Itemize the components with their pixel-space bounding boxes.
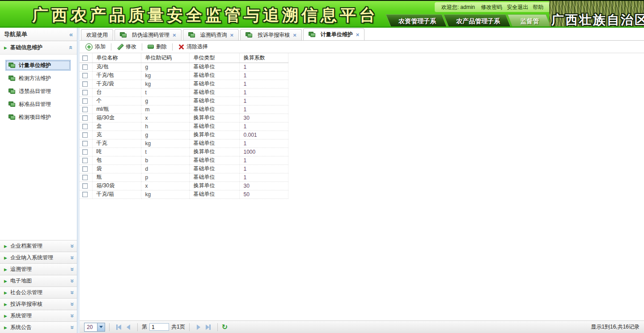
header-link[interactable]: 安全退出 bbox=[507, 4, 528, 10]
row-checkbox[interactable] bbox=[82, 115, 88, 121]
sidebar-section-basic-info[interactable]: ▶ 基础信息维护 « bbox=[0, 41, 77, 55]
sidebar-section-collapsed[interactable]: ▶社会公示管理« bbox=[0, 287, 77, 298]
prev-page-button[interactable] bbox=[123, 323, 133, 332]
sidebar-collapsed-sections: ▶企业档案管理«▶企业纳入系统管理«▶追溯管理«▶电子地图«▶社会公示管理«▶投… bbox=[0, 240, 77, 333]
content-tab[interactable]: 欢迎使用 bbox=[81, 29, 113, 40]
chevron-down-icon[interactable]: « bbox=[69, 278, 73, 284]
clear-selection-label: 清除选择 bbox=[186, 43, 208, 51]
delete-button[interactable]: 删除 bbox=[145, 42, 169, 51]
content-tab[interactable]: 防伪追溯码管理× bbox=[114, 29, 182, 40]
table-row[interactable]: 克/包g基础单位1 bbox=[80, 63, 288, 71]
header-link[interactable]: 帮助 bbox=[533, 4, 543, 10]
table-row[interactable]: 盒h基础单位1 bbox=[80, 122, 288, 131]
sidebar-section-collapsed[interactable]: ▶追溯管理« bbox=[0, 263, 77, 275]
row-checkbox[interactable] bbox=[82, 81, 88, 87]
table-row[interactable]: 千克kg基础单位1 bbox=[80, 139, 288, 148]
next-page-button[interactable] bbox=[194, 323, 203, 332]
row-checkbox[interactable] bbox=[82, 90, 88, 95]
table-row[interactable]: 箱/30盒x换算单位30 bbox=[80, 114, 288, 122]
row-checkbox[interactable] bbox=[82, 183, 88, 189]
table-cell: 袋 bbox=[92, 164, 141, 173]
content-tab[interactable]: 计量单位维护× bbox=[303, 28, 365, 40]
row-checkbox[interactable] bbox=[82, 73, 88, 78]
column-header[interactable]: 单位助记码 bbox=[141, 53, 189, 63]
row-checkbox[interactable] bbox=[82, 141, 88, 146]
table-row[interactable]: 千克/袋kg基础单位1 bbox=[80, 80, 288, 88]
tab-close-icon[interactable]: × bbox=[230, 32, 234, 38]
table-row[interactable]: 千克/包kg基础单位1 bbox=[80, 71, 288, 80]
chevron-down-icon[interactable]: « bbox=[69, 266, 73, 273]
chevron-down-icon[interactable]: « bbox=[69, 312, 73, 319]
last-page-button[interactable] bbox=[203, 323, 213, 332]
row-checkbox[interactable] bbox=[82, 124, 88, 129]
column-header[interactable]: 单位名称 bbox=[92, 53, 141, 63]
column-header[interactable]: 单位类型 bbox=[189, 53, 239, 63]
sidebar-collapse-icon[interactable]: « bbox=[69, 31, 73, 38]
edit-button[interactable]: 修改 bbox=[114, 42, 139, 51]
row-checkbox[interactable] bbox=[82, 175, 88, 180]
page-number-input[interactable] bbox=[149, 323, 169, 331]
table-row[interactable]: 台t基础单位1 bbox=[80, 88, 288, 97]
dropdown-arrow-icon[interactable] bbox=[97, 323, 105, 331]
add-button[interactable]: 添加 bbox=[83, 42, 108, 51]
page-size-select[interactable]: 20 bbox=[84, 323, 105, 332]
content-tab[interactable]: 追溯码查询× bbox=[183, 29, 239, 40]
row-checkbox[interactable] bbox=[82, 98, 88, 104]
section-label: 追溯管理 bbox=[10, 266, 69, 273]
sidebar-item[interactable]: 计量单位维护 bbox=[5, 60, 71, 71]
section-collapse-icon[interactable]: « bbox=[69, 44, 73, 51]
table-row[interactable]: 袋d基础单位1 bbox=[80, 164, 288, 173]
tab-close-icon[interactable]: × bbox=[293, 32, 297, 38]
table-cell: g bbox=[141, 131, 189, 139]
row-checkbox[interactable] bbox=[82, 64, 88, 70]
row-checkbox[interactable] bbox=[82, 149, 88, 155]
chevron-down-icon[interactable]: « bbox=[69, 289, 73, 296]
row-checkbox[interactable] bbox=[82, 132, 88, 138]
refresh-icon[interactable]: ↻ bbox=[222, 324, 228, 331]
sidebar-section-collapsed[interactable]: ▶企业纳入系统管理« bbox=[0, 252, 77, 263]
subsystem-tab[interactable]: 农资管理子系统 bbox=[386, 14, 447, 27]
row-checkbox[interactable] bbox=[82, 158, 88, 163]
row-checkbox[interactable] bbox=[82, 166, 88, 172]
sidebar-section-collapsed[interactable]: ▶企业档案管理« bbox=[0, 240, 77, 252]
table-row[interactable]: 千克/箱kg基础单位50 bbox=[80, 190, 288, 198]
tab-close-icon[interactable]: × bbox=[173, 32, 176, 38]
table-row[interactable]: ml/瓶m基础单位1 bbox=[80, 105, 288, 114]
table-cell: 基础单位 bbox=[189, 139, 239, 148]
chevron-down-icon[interactable]: « bbox=[69, 301, 73, 308]
sidebar-section-collapsed[interactable]: ▶系统管理« bbox=[0, 310, 77, 321]
sidebar-section-collapsed[interactable]: ▶投诉举报审核« bbox=[0, 298, 77, 310]
table-row[interactable]: 吨t换算单位1000 bbox=[80, 148, 288, 156]
sidebar-section-collapsed[interactable]: ▶电子地图« bbox=[0, 275, 77, 287]
sidebar-section-collapsed[interactable]: ▶系统公告« bbox=[0, 321, 77, 333]
first-page-button[interactable] bbox=[114, 323, 123, 332]
select-all-checkbox[interactable] bbox=[82, 55, 88, 61]
chevron-down-icon[interactable]: « bbox=[69, 324, 73, 331]
table-cell: 基础单位 bbox=[189, 97, 239, 105]
row-checkbox[interactable] bbox=[82, 107, 88, 112]
table-row[interactable]: 包b基础单位1 bbox=[80, 156, 288, 164]
sidebar-item[interactable]: 违禁品目管理 bbox=[5, 86, 77, 97]
sidebar-item[interactable]: 检测项目维护 bbox=[5, 112, 77, 122]
chevron-down-icon[interactable]: « bbox=[69, 243, 73, 249]
sidebar-item[interactable]: 标准品目管理 bbox=[5, 99, 77, 110]
table-cell: 基础单位 bbox=[189, 105, 239, 114]
table-cell: 个 bbox=[92, 97, 141, 105]
table-row[interactable]: 克g换算单位0.001 bbox=[80, 131, 288, 139]
main-content-panel: 欢迎使用防伪追溯码管理×追溯码查询×投诉举报审核×计量单位维护× 添加 修改 删… bbox=[80, 28, 644, 333]
table-row[interactable]: 瓶p基础单位1 bbox=[80, 173, 288, 181]
tab-close-icon[interactable]: × bbox=[356, 31, 360, 38]
header-link[interactable]: 修改密码 bbox=[481, 4, 502, 10]
clear-selection-button[interactable]: 清除选择 bbox=[176, 42, 210, 51]
subsystem-tab[interactable]: 监督管理 bbox=[507, 14, 551, 27]
subsystem-tab[interactable]: 农产品管理子系统 bbox=[444, 14, 511, 27]
table-row[interactable]: 箱/30袋x换算单位30 bbox=[80, 181, 288, 190]
table-cell: 基础单位 bbox=[189, 190, 239, 198]
sidebar-item[interactable]: 检测方法维护 bbox=[5, 73, 77, 84]
row-checkbox[interactable] bbox=[82, 192, 88, 197]
table-row[interactable]: 个g基础单位1 bbox=[80, 97, 288, 105]
table-cell: x bbox=[141, 114, 189, 122]
content-tab[interactable]: 投诉举报审核× bbox=[240, 29, 302, 40]
column-header[interactable]: 换算系数 bbox=[239, 53, 288, 63]
chevron-down-icon[interactable]: « bbox=[69, 254, 73, 261]
